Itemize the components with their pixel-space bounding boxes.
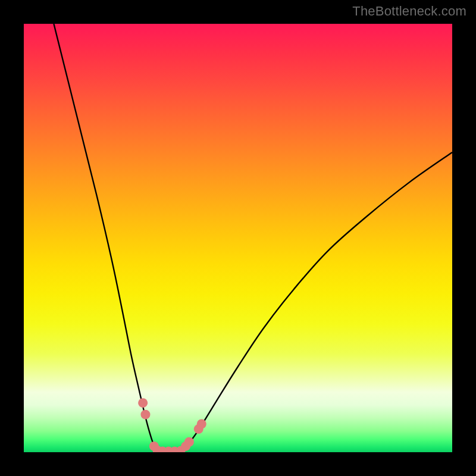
- data-marker: [138, 398, 148, 408]
- plot-svg: [24, 24, 452, 452]
- chart-frame: TheBottleneck.com: [0, 0, 476, 476]
- plot-area: [24, 24, 452, 452]
- curve-left-branch: [54, 24, 157, 452]
- data-marker: [184, 437, 194, 447]
- watermark-text: TheBottleneck.com: [352, 4, 466, 19]
- markers-group: [138, 398, 206, 452]
- data-marker: [140, 410, 150, 419]
- data-marker: [197, 419, 206, 428]
- curve-right-branch: [181, 152, 452, 452]
